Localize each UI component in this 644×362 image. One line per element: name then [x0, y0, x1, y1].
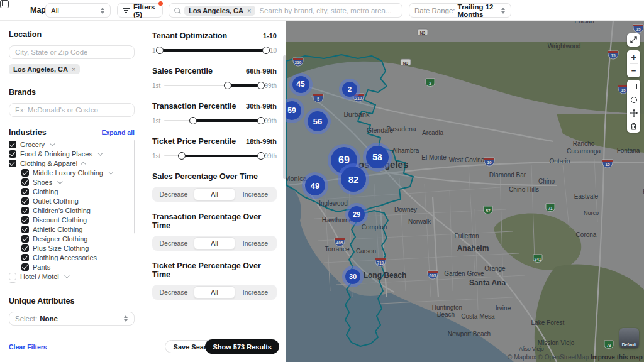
range-slider[interactable]: 110 — [152, 46, 277, 55]
industry-item[interactable]: Outlet Clothing — [9, 196, 135, 206]
map-cluster[interactable]: 56 — [308, 111, 328, 131]
checkbox[interactable] — [9, 150, 16, 158]
draw-rectangle-button[interactable] — [627, 80, 640, 93]
map-style-button[interactable]: Default — [619, 328, 639, 348]
slider-handle-high[interactable] — [257, 152, 265, 160]
brands-input[interactable]: Ex: McDonald's or Costco — [9, 103, 135, 117]
segment-option-all[interactable]: All — [194, 286, 235, 299]
map-cluster[interactable]: 49 — [305, 175, 325, 195]
expand-all-link[interactable]: Expand all — [101, 129, 135, 136]
industry-item[interactable]: Clothing & Apparel — [9, 158, 135, 168]
chevron-up-icon[interactable] — [80, 162, 86, 167]
segment-option-all[interactable]: All — [194, 237, 235, 250]
segment-option-decrease[interactable]: Decrease — [153, 188, 194, 200]
industry-item[interactable]: Athletic Clothing — [9, 224, 135, 234]
industries-scrollbar[interactable] — [134, 140, 135, 234]
location-chip[interactable]: Los Angeles, CA× — [9, 64, 80, 74]
expand-map-button[interactable] — [627, 33, 640, 47]
chevron-down-icon[interactable] — [108, 169, 113, 174]
improve-map-link[interactable]: Improve this map — [591, 354, 643, 361]
show-results-button[interactable]: Show 573 Results — [205, 339, 279, 354]
checkbox[interactable] — [21, 263, 29, 271]
industry-item[interactable]: Discount Clothing — [9, 215, 135, 224]
checkbox[interactable] — [9, 160, 16, 167]
industry-item[interactable]: Designer Clothing — [9, 234, 135, 243]
scope-dropdown[interactable]: All — [45, 3, 111, 18]
chip-close-icon[interactable]: × — [72, 65, 75, 73]
sidebar-toggle-icon[interactable] — [0, 0, 9, 8]
segment-option-increase[interactable]: Increase — [235, 286, 275, 299]
toolbar-divider — [25, 6, 25, 14]
filters-button[interactable]: Filters (5) — [117, 3, 163, 18]
trash-icon — [630, 123, 637, 130]
industry-item[interactable]: Pants — [9, 262, 135, 272]
industry-item[interactable]: Grocery — [9, 140, 135, 149]
segment-option-all[interactable]: All — [194, 188, 235, 200]
checkbox[interactable] — [21, 216, 29, 224]
checkbox[interactable] — [21, 178, 29, 186]
unique-attributes-select[interactable]: Select: None — [9, 312, 135, 326]
checkbox[interactable] — [9, 282, 16, 283]
industry-item[interactable]: Hotel / Motel — [9, 272, 135, 281]
move-button[interactable] — [627, 106, 640, 119]
checkbox[interactable] — [21, 197, 29, 205]
industry-item[interactable]: Children's Clothing — [9, 206, 135, 215]
slider-handle-low[interactable] — [156, 47, 164, 54]
checkbox[interactable] — [21, 235, 29, 243]
brands-section-title: Brands — [9, 88, 135, 97]
filters-panel-scrollbar[interactable] — [283, 55, 286, 179]
checkbox[interactable] — [21, 244, 29, 252]
industry-item[interactable]: Food & Drinking Places — [9, 149, 135, 158]
map-canvas[interactable]: 210521040571060510151515152577124173N3N3… — [286, 21, 644, 362]
industry-item[interactable]: Plus Size Clothing — [9, 243, 135, 253]
slider-handle-low[interactable] — [189, 117, 197, 124]
range-slider[interactable]: 1st99th — [152, 81, 277, 90]
industry-item[interactable]: Clothing Accessories — [9, 253, 135, 262]
industry-item[interactable]: Clothing — [9, 187, 135, 196]
chip-close-icon[interactable]: × — [247, 7, 251, 14]
chevron-down-icon[interactable] — [97, 150, 103, 155]
slider-handle-high[interactable] — [257, 82, 265, 89]
segment-option-decrease[interactable]: Decrease — [153, 237, 194, 250]
slider-handle-high[interactable] — [262, 47, 270, 54]
chevron-down-icon[interactable] — [64, 273, 69, 278]
delete-shape-button[interactable] — [627, 119, 640, 133]
clear-filters-link[interactable]: Clear Filters — [9, 343, 47, 351]
slider-handle-high[interactable] — [257, 117, 265, 124]
location-input[interactable]: City, State or Zip Code — [9, 45, 135, 59]
slider-handle-low[interactable] — [178, 152, 186, 160]
checkbox[interactable] — [21, 188, 29, 195]
zoom-in-button[interactable]: ＋ — [627, 50, 640, 63]
range-slider[interactable]: 1st99th — [152, 151, 277, 160]
segment-option-decrease[interactable]: Decrease — [153, 286, 194, 299]
map-cluster[interactable]: 29 — [348, 206, 365, 222]
checkbox[interactable] — [9, 273, 16, 280]
date-range-dropdown[interactable]: Date Range: Trailing 12 Months — [409, 3, 511, 18]
industry-item[interactable]: Gas — [9, 281, 135, 283]
checkbox[interactable] — [21, 254, 29, 261]
slider-handle-low[interactable] — [224, 82, 231, 89]
chevron-down-icon[interactable] — [57, 178, 62, 184]
segment-option-increase[interactable]: Increase — [235, 237, 275, 250]
location-section-title: Location — [9, 30, 135, 39]
circle-icon — [631, 97, 637, 103]
search-chip[interactable]: Los Angeles, CA× — [184, 6, 255, 16]
segment-option-increase[interactable]: Increase — [235, 188, 275, 200]
chevron-down-icon[interactable] — [50, 141, 55, 146]
checkbox[interactable] — [21, 207, 29, 214]
map-cluster[interactable]: 30 — [345, 269, 360, 284]
checkbox[interactable] — [21, 226, 29, 233]
search-input[interactable]: Los Angeles, CA× Search by brand, city, … — [169, 3, 402, 18]
industry-item[interactable]: Middle Luxury Clothing — [9, 168, 135, 177]
zoom-out-button[interactable]: − — [627, 64, 640, 77]
map-cluster[interactable]: 2 — [342, 82, 357, 97]
checkbox[interactable] — [9, 141, 16, 148]
map-cluster[interactable]: 82 — [341, 167, 366, 192]
range-slider[interactable]: 1st99th — [152, 116, 277, 125]
map-controls-expand — [627, 33, 640, 47]
map-cluster[interactable]: 45 — [292, 76, 309, 93]
checkbox[interactable] — [21, 169, 29, 177]
map-cluster[interactable]: 58 — [366, 146, 389, 168]
draw-circle-button[interactable] — [627, 93, 640, 106]
industry-item[interactable]: Shoes — [9, 177, 135, 187]
